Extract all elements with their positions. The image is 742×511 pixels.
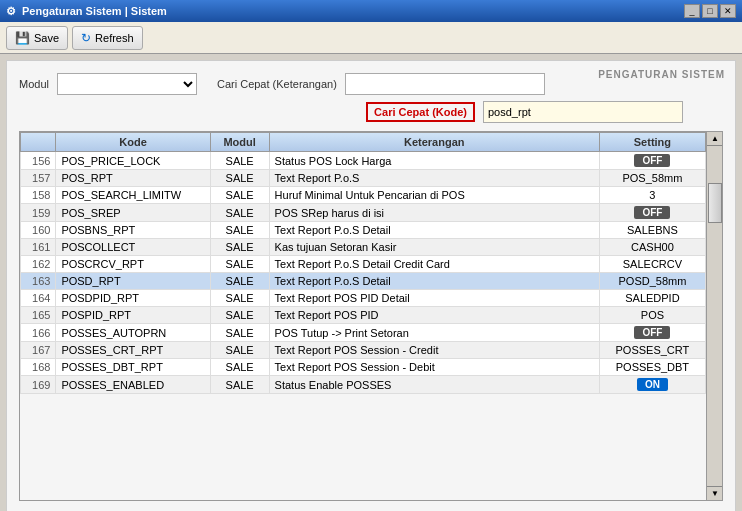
row-num: 168 xyxy=(21,359,56,376)
table-scroll[interactable]: Kode Modul Keterangan Setting 156 POS_PR… xyxy=(20,132,722,500)
row-modul: SALE xyxy=(210,256,269,273)
row-setting: SALECRCV xyxy=(599,256,705,273)
row-modul: SALE xyxy=(210,376,269,394)
data-table-container: Kode Modul Keterangan Setting 156 POS_PR… xyxy=(19,131,723,501)
scroll-thumb[interactable] xyxy=(708,183,722,223)
table-row[interactable]: 162 POSCRCV_RPT SALE Text Report P.o.S D… xyxy=(21,256,706,273)
table-row[interactable]: 157 POS_RPT SALE Text Report P.o.S POS_5… xyxy=(21,170,706,187)
row-kode: POSPID_RPT xyxy=(56,307,210,324)
table-row[interactable]: 161 POSCOLLECT SALE Kas tujuan Setoran K… xyxy=(21,239,706,256)
window-title: Pengaturan Sistem | Sistem xyxy=(22,5,167,17)
row-keterangan: Text Report POS PID xyxy=(269,307,599,324)
row-setting: POSSES_CRT xyxy=(599,342,705,359)
search-kode-box: Cari Cepat (Kode) xyxy=(366,101,683,123)
row-num: 156 xyxy=(21,152,56,170)
table-row[interactable]: 159 POS_SREP SALE POS SRep harus di isi … xyxy=(21,204,706,222)
row-setting: SALEDPID xyxy=(599,290,705,307)
setting-value: POSSES_DBT xyxy=(616,361,689,373)
table-row[interactable]: 158 POS_SEARCH_LIMITW SALE Huruf Minimal… xyxy=(21,187,706,204)
row-num: 158 xyxy=(21,187,56,204)
toolbar: 💾 Save ↻ Refresh xyxy=(0,22,742,54)
col-header-keterangan: Keterangan xyxy=(269,133,599,152)
save-button[interactable]: 💾 Save xyxy=(6,26,68,50)
row-modul: SALE xyxy=(210,307,269,324)
status-badge: ON xyxy=(637,378,668,391)
setting-value: SALECRCV xyxy=(623,258,682,270)
table-row[interactable]: 168 POSSES_DBT_RPT SALE Text Report POS … xyxy=(21,359,706,376)
minimize-button[interactable]: _ xyxy=(684,4,700,18)
row-setting: SALEBNS xyxy=(599,222,705,239)
row-keterangan: Kas tujuan Setoran Kasir xyxy=(269,239,599,256)
refresh-button[interactable]: ↻ Refresh xyxy=(72,26,143,50)
save-label: Save xyxy=(34,32,59,44)
modul-label: Modul xyxy=(19,78,49,90)
row-modul: SALE xyxy=(210,152,269,170)
row-num: 161 xyxy=(21,239,56,256)
table-row[interactable]: 164 POSDPID_RPT SALE Text Report POS PID… xyxy=(21,290,706,307)
row-keterangan: Text Report P.o.S Detail Credit Card xyxy=(269,256,599,273)
setting-value: POSD_58mm xyxy=(618,275,686,287)
row-modul: SALE xyxy=(210,239,269,256)
table-row[interactable]: 166 POSSES_AUTOPRN SALE POS Tutup -> Pri… xyxy=(21,324,706,342)
row-keterangan: Text Report POS Session - Debit xyxy=(269,359,599,376)
row-keterangan: Text Report POS PID Detail xyxy=(269,290,599,307)
table-row[interactable]: 163 POSD_RPT SALE Text Report P.o.S Deta… xyxy=(21,273,706,290)
save-icon: 💾 xyxy=(15,31,30,45)
table-row[interactable]: 160 POSBNS_RPT SALE Text Report P.o.S De… xyxy=(21,222,706,239)
status-badge: OFF xyxy=(634,326,670,339)
row-modul: SALE xyxy=(210,359,269,376)
table-row[interactable]: 167 POSSES_CRT_RPT SALE Text Report POS … xyxy=(21,342,706,359)
row-kode: POSDPID_RPT xyxy=(56,290,210,307)
row-num: 167 xyxy=(21,342,56,359)
row-kode: POS_RPT xyxy=(56,170,210,187)
row-kode: POSSES_ENABLED xyxy=(56,376,210,394)
filter-row-2: Cari Cepat (Kode) xyxy=(19,101,723,123)
table-row[interactable]: 165 POSPID_RPT SALE Text Report POS PID … xyxy=(21,307,706,324)
scrollbar[interactable]: ▲ ▼ xyxy=(706,132,722,500)
row-setting: POSSES_DBT xyxy=(599,359,705,376)
row-keterangan: POS Tutup -> Print Setoran xyxy=(269,324,599,342)
row-modul: SALE xyxy=(210,324,269,342)
row-kode: POSCOLLECT xyxy=(56,239,210,256)
modul-select[interactable] xyxy=(57,73,197,95)
row-num: 159 xyxy=(21,204,56,222)
row-setting: 3 xyxy=(599,187,705,204)
scroll-up-arrow[interactable]: ▲ xyxy=(707,132,723,146)
refresh-label: Refresh xyxy=(95,32,134,44)
row-num: 162 xyxy=(21,256,56,273)
cari-cepat-label: Cari Cepat (Keterangan) xyxy=(217,78,337,90)
status-badge: OFF xyxy=(634,154,670,167)
row-modul: SALE xyxy=(210,187,269,204)
row-modul: SALE xyxy=(210,290,269,307)
maximize-button[interactable]: □ xyxy=(702,4,718,18)
col-header-setting: Setting xyxy=(599,133,705,152)
setting-value: SALEDPID xyxy=(625,292,679,304)
main-content: PENGATURAN SISTEM Modul Cari Cepat (Kete… xyxy=(6,60,736,511)
table-row[interactable]: 169 POSSES_ENABLED SALE Status Enable PO… xyxy=(21,376,706,394)
cari-cepat-group: Cari Cepat (Keterangan) xyxy=(217,73,545,95)
row-kode: POSSES_DBT_RPT xyxy=(56,359,210,376)
refresh-icon: ↻ xyxy=(81,31,91,45)
row-keterangan: Text Report P.o.S xyxy=(269,170,599,187)
cari-cepat-input[interactable] xyxy=(345,73,545,95)
scroll-down-arrow[interactable]: ▼ xyxy=(707,486,723,500)
row-num: 164 xyxy=(21,290,56,307)
row-modul: SALE xyxy=(210,204,269,222)
row-setting: POS_58mm xyxy=(599,170,705,187)
title-bar-left: ⚙ Pengaturan Sistem | Sistem xyxy=(6,5,167,18)
row-keterangan: Text Report P.o.S Detail xyxy=(269,222,599,239)
col-header-num xyxy=(21,133,56,152)
close-button[interactable]: ✕ xyxy=(720,4,736,18)
table-row[interactable]: 156 POS_PRICE_LOCK SALE Status POS Lock … xyxy=(21,152,706,170)
row-keterangan: Huruf Minimal Untuk Pencarian di POS xyxy=(269,187,599,204)
setting-value: POS_58mm xyxy=(622,172,682,184)
row-modul: SALE xyxy=(210,273,269,290)
col-header-kode: Kode xyxy=(56,133,210,152)
row-keterangan: Text Report P.o.S Detail xyxy=(269,273,599,290)
app-icon: ⚙ xyxy=(6,5,16,18)
row-kode: POS_SREP xyxy=(56,204,210,222)
row-kode: POS_PRICE_LOCK xyxy=(56,152,210,170)
row-keterangan: POS SRep harus di isi xyxy=(269,204,599,222)
cari-kode-input[interactable] xyxy=(483,101,683,123)
row-num: 160 xyxy=(21,222,56,239)
